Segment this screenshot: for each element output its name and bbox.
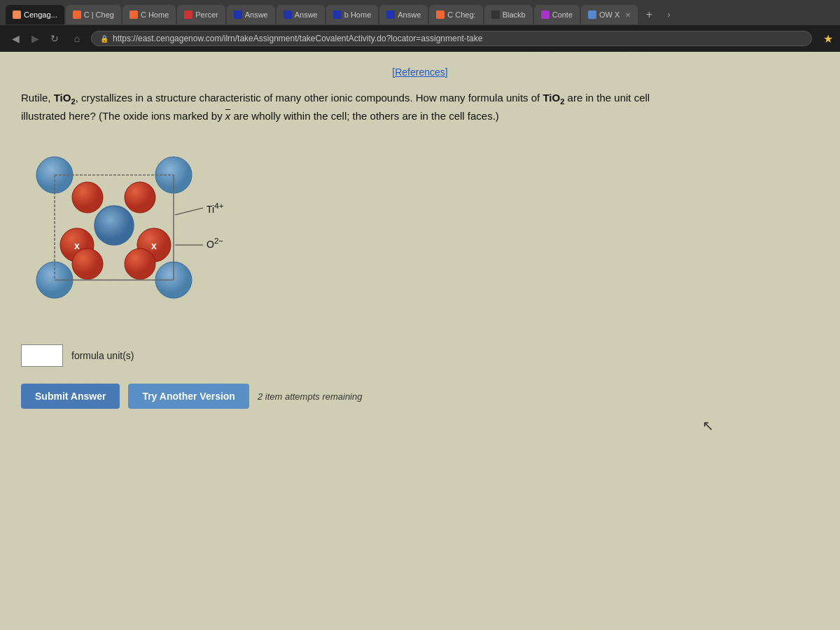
- cengage-favicon: [13, 10, 21, 19]
- crystal-svg: x x: [21, 141, 217, 323]
- try-another-version-button[interactable]: Try Another Version: [128, 384, 249, 409]
- content-area: [References] Rutile, TiO2, crystallizes …: [0, 52, 840, 630]
- references-section: [References]: [21, 66, 819, 78]
- tab-home2[interactable]: b Home: [326, 5, 379, 24]
- references-link[interactable]: [References]: [392, 66, 447, 78]
- tab-more-button[interactable]: ›: [660, 6, 677, 23]
- tab-blackboard[interactable]: Blackb: [484, 5, 533, 24]
- tab-pearson-label: Percer: [195, 10, 218, 19]
- answer-area: formula unit(s): [21, 344, 819, 367]
- q-tio2-bold: TiO2: [54, 92, 76, 104]
- svg-point-11: [72, 248, 103, 279]
- tab-pearson[interactable]: Percer: [177, 5, 225, 24]
- svg-point-10: [125, 182, 155, 213]
- page-content: [References] Rutile, TiO2, crystallizes …: [0, 52, 840, 630]
- new-tab-button[interactable]: +: [639, 5, 659, 24]
- svg-point-12: [125, 248, 155, 279]
- svg-point-9: [72, 182, 103, 213]
- tab-cengage-label: Cengag...: [24, 10, 57, 19]
- home2-favicon: [333, 10, 342, 19]
- chegg2-favicon: [436, 10, 444, 19]
- tab-bartleby[interactable]: Answe: [227, 5, 275, 24]
- tab-bartleby3[interactable]: Answe: [379, 5, 428, 24]
- bookmark-button[interactable]: ★: [823, 32, 833, 46]
- url-field[interactable]: 🔒 https://east.cengagenow.com/ilrn/takeA…: [91, 31, 812, 46]
- q-tio2-bold2: TiO2: [542, 92, 564, 104]
- tab-bartleby2-label: Answe: [295, 10, 318, 19]
- bartleby-favicon: [234, 10, 242, 19]
- tab-content-label: Conte: [552, 10, 573, 19]
- tab-content[interactable]: Conte: [534, 5, 580, 24]
- url-text: https://east.cengagenow.com/ilrn/takeAss…: [113, 34, 482, 43]
- svg-point-8: [94, 206, 134, 245]
- svg-text:x: x: [74, 240, 80, 251]
- tab-chegg2-label: C Cheg:: [447, 10, 475, 19]
- home-button[interactable]: ⌂: [69, 30, 85, 47]
- bartleby3-favicon: [386, 10, 395, 19]
- ti-charge: 4+: [214, 201, 223, 210]
- refresh-button[interactable]: ↻: [46, 30, 63, 47]
- formula-units-input[interactable]: [21, 344, 63, 367]
- back-button[interactable]: ◀: [7, 30, 24, 47]
- formula-units-label: formula unit(s): [71, 350, 134, 361]
- lock-icon: 🔒: [100, 35, 108, 43]
- svg-line-17: [175, 208, 203, 215]
- chegg-favicon: [73, 10, 81, 19]
- button-row: Submit Answer Try Another Version 2 item…: [21, 384, 819, 409]
- q-text-middle: , crystallizes in a structure characteri…: [76, 92, 543, 104]
- attempts-remaining: 2 item attempts remaining: [258, 391, 363, 402]
- tab-blackboard-label: Blackb: [503, 10, 526, 19]
- tab-owl-label: OW X: [599, 10, 620, 19]
- o-ion-label: O2−: [206, 236, 223, 250]
- bartleby2-favicon: [284, 10, 292, 19]
- owl-tab-close[interactable]: ✕: [625, 11, 631, 19]
- tab-home2-label: b Home: [344, 10, 372, 19]
- pearson-favicon: [184, 10, 192, 19]
- q-text-rutile: Rutile,: [21, 92, 54, 104]
- tab-home-c-label: C Home: [141, 10, 169, 19]
- owl-favicon: [588, 10, 596, 19]
- ti-ion-label: Ti4+: [206, 201, 223, 215]
- home-c-favicon: [130, 10, 138, 19]
- content-favicon: [541, 10, 550, 19]
- blackboard-favicon: [491, 10, 500, 19]
- forward-button[interactable]: ▶: [27, 30, 43, 47]
- svg-text:x: x: [151, 240, 157, 251]
- submit-answer-button[interactable]: Submit Answer: [21, 384, 120, 409]
- cursor: ↖: [702, 417, 714, 434]
- nav-buttons: ◀ ▶ ↻: [7, 30, 63, 47]
- question-text: Rutile, TiO2, crystallizes in a structur…: [21, 90, 651, 125]
- tab-bartleby3-label: Answe: [398, 10, 421, 19]
- tab-bartleby-label: Answe: [245, 10, 268, 19]
- browser-window: Cengag... C | Cheg C Home Percer Answe A…: [0, 0, 840, 630]
- tab-cengage[interactable]: Cengag...: [6, 5, 64, 24]
- tab-bartleby2[interactable]: Answe: [276, 5, 325, 24]
- tab-chegg-label: C | Cheg: [84, 10, 114, 19]
- tab-home-c[interactable]: C Home: [122, 5, 176, 24]
- tab-chegg[interactable]: C | Cheg: [66, 5, 121, 24]
- o-charge: 2−: [214, 236, 223, 245]
- crystal-image: x x: [21, 141, 217, 323]
- tab-bar: Cengag... C | Cheg C Home Percer Answe A…: [0, 0, 840, 25]
- address-bar: ◀ ▶ ↻ ⌂ 🔒 https://east.cengagenow.com/il…: [0, 25, 840, 52]
- crystal-area: x x: [21, 141, 819, 323]
- tab-owl[interactable]: OW X ✕: [581, 5, 638, 24]
- tab-chegg2[interactable]: C Cheg:: [429, 5, 482, 24]
